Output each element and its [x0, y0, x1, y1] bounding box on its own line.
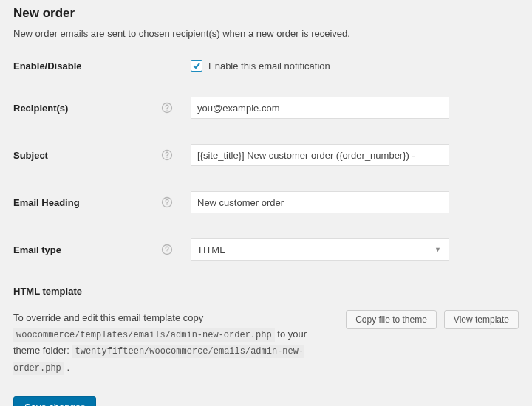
email-type-value: HTML	[199, 244, 225, 255]
template-text-after: .	[66, 362, 69, 373]
help-icon[interactable]	[161, 102, 173, 114]
template-section-heading: HTML template	[13, 286, 519, 297]
row-type: Email type HTML ▼	[13, 238, 519, 261]
help-icon[interactable]	[161, 149, 173, 161]
label-heading: Email Heading	[13, 197, 161, 208]
help-icon[interactable]	[161, 196, 173, 208]
row-recipients: Recipient(s)	[13, 97, 519, 119]
save-button[interactable]: Save changes	[13, 396, 96, 406]
svg-point-7	[166, 252, 167, 252]
email-type-select[interactable]: HTML ▼	[191, 238, 449, 261]
page-description: New order emails are sent to chosen reci…	[13, 28, 519, 39]
row-heading: Email Heading	[13, 191, 519, 213]
label-type: Email type	[13, 244, 161, 255]
copy-file-button[interactable]: Copy file to theme	[346, 310, 437, 329]
subject-input[interactable]	[191, 144, 449, 166]
recipients-input[interactable]	[191, 97, 449, 119]
heading-input[interactable]	[191, 191, 449, 213]
label-subject: Subject	[13, 150, 161, 161]
help-icon[interactable]	[161, 244, 173, 255]
label-recipients: Recipient(s)	[13, 103, 161, 114]
row-enable: Enable/Disable Enable this email notific…	[13, 60, 519, 72]
svg-point-3	[166, 157, 167, 158]
svg-point-5	[166, 204, 167, 205]
row-subject: Subject	[13, 144, 519, 166]
enable-checkbox-label: Enable this email notification	[208, 61, 330, 72]
template-text: To override and edit this email template…	[13, 310, 331, 376]
template-text-before: To override and edit this email template…	[13, 312, 203, 323]
page-title: New order	[13, 6, 519, 21]
label-enable: Enable/Disable	[13, 61, 161, 72]
enable-checkbox[interactable]	[191, 60, 202, 72]
chevron-down-icon: ▼	[434, 246, 441, 253]
template-row: To override and edit this email template…	[13, 310, 519, 376]
view-template-button[interactable]: View template	[444, 310, 519, 329]
enable-checkbox-wrap[interactable]: Enable this email notification	[191, 60, 330, 72]
svg-point-1	[166, 110, 167, 111]
template-source-path: woocommerce/templates/emails/admin-new-o…	[13, 328, 275, 342]
template-button-group: Copy file to theme View template	[346, 310, 519, 329]
